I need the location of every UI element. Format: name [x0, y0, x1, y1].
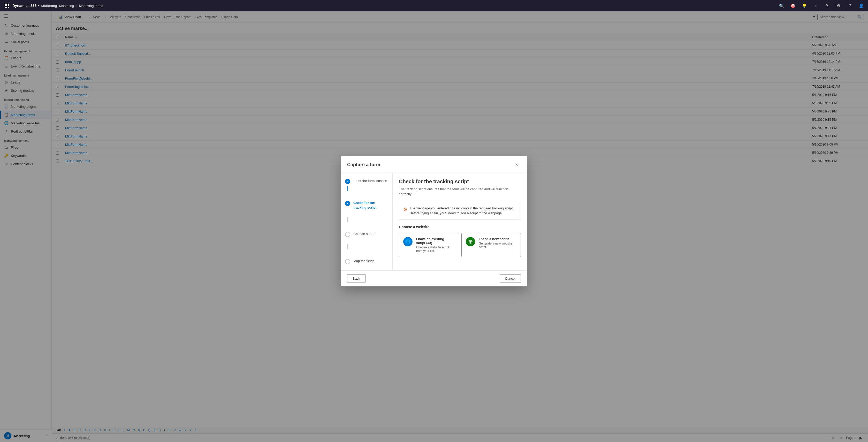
- step-label-1: Enter the form location: [353, 179, 387, 183]
- step-circle-3: [345, 232, 350, 237]
- step-label-4: Map the fields: [353, 259, 374, 263]
- dialog-header: Capture a form ×: [341, 156, 527, 172]
- dialog-close-button[interactable]: ×: [513, 161, 521, 169]
- cancel-button[interactable]: Cancel: [500, 274, 521, 283]
- step-connector-2: [347, 217, 348, 222]
- topbar: Dynamics 365 Marketing Marketing > Marke…: [0, 0, 868, 11]
- settings-icon[interactable]: ⚙: [835, 2, 842, 9]
- dialog-main-title: Check for the tracking script: [399, 179, 521, 185]
- dialog-main: Check for the tracking script The tracki…: [393, 172, 527, 271]
- new-script-option[interactable]: ⊕ I need a new script Generate a new web…: [461, 233, 521, 257]
- svg-rect-7: [6, 7, 7, 8]
- dialog-steps: ✓ Enter the form location ● Check for th…: [341, 172, 393, 271]
- error-message: The webpage you entered doesn't contain …: [410, 206, 517, 216]
- profile-icon[interactable]: 👤: [858, 2, 865, 9]
- dialog-body: ✓ Enter the form location ● Check for th…: [341, 172, 527, 271]
- svg-rect-0: [5, 4, 6, 5]
- error-icon: ⊗: [403, 206, 407, 213]
- todo-icon[interactable]: 🎯: [789, 2, 797, 9]
- svg-rect-3: [5, 5, 6, 6]
- svg-rect-8: [8, 7, 9, 8]
- step-connector-1: [347, 186, 348, 191]
- step-circle-2: ●: [345, 201, 350, 206]
- svg-rect-1: [6, 4, 7, 5]
- search-icon[interactable]: 🔍: [778, 2, 785, 9]
- topbar-icons: 🔍 🎯 💡 ＋ ⊻ ⚙ ？ 👤: [778, 2, 865, 9]
- step-label-3: Choose a form: [353, 231, 375, 236]
- modal-overlay[interactable]: Capture a form × ✓ Enter the form locati…: [0, 0, 868, 442]
- existing-script-title: I have an existing script (43): [416, 237, 454, 245]
- existing-script-option[interactable]: 🌐 I have an existing script (43) Choose …: [399, 233, 458, 257]
- step-connector-3: [347, 244, 348, 249]
- existing-script-desc: Choose a website script from your list.: [416, 246, 454, 253]
- dialog-footer: Back Cancel: [341, 271, 527, 286]
- step-map-fields: Map the fields: [345, 259, 388, 264]
- new-script-title: I need a new script: [479, 237, 517, 241]
- svg-rect-5: [8, 5, 9, 6]
- dialog: Capture a form × ✓ Enter the form locati…: [341, 156, 527, 286]
- step-circle-1: ✓: [345, 179, 350, 184]
- step-enter-location: ✓ Enter the form location: [345, 179, 388, 184]
- lightbulb-icon[interactable]: 💡: [801, 2, 808, 9]
- new-script-icon: ⊕: [466, 237, 475, 246]
- back-button[interactable]: Back: [347, 274, 366, 283]
- svg-rect-4: [6, 5, 7, 6]
- step-choose-form: Choose a form: [345, 231, 388, 237]
- website-options: 🌐 I have an existing script (43) Choose …: [399, 233, 521, 257]
- add-icon[interactable]: ＋: [812, 2, 819, 9]
- app-brand: Dynamics 365 Marketing: [12, 4, 57, 8]
- dialog-title: Capture a form: [347, 162, 380, 167]
- waffle-menu[interactable]: [3, 2, 10, 9]
- error-banner: ⊗ The webpage you entered doesn't contai…: [399, 202, 521, 220]
- dialog-main-subtitle: The tracking script ensures that the for…: [399, 187, 521, 197]
- step-label-2: Check for the tracking script: [353, 200, 388, 210]
- new-script-desc: Generate a new website script.: [479, 242, 517, 249]
- breadcrumb: Marketing > Marketing forms: [59, 4, 103, 8]
- step-check-tracking: ● Check for the tracking script: [345, 200, 388, 210]
- choose-website-section: Choose a website 🌐 I have an existing sc…: [399, 225, 521, 257]
- filter-icon[interactable]: ⊻: [824, 2, 831, 9]
- svg-rect-2: [8, 4, 9, 5]
- help-icon[interactable]: ？: [846, 2, 854, 9]
- existing-script-icon: 🌐: [403, 237, 412, 246]
- svg-rect-6: [5, 7, 6, 8]
- step-circle-4: [345, 259, 350, 264]
- choose-website-label: Choose a website: [399, 225, 521, 229]
